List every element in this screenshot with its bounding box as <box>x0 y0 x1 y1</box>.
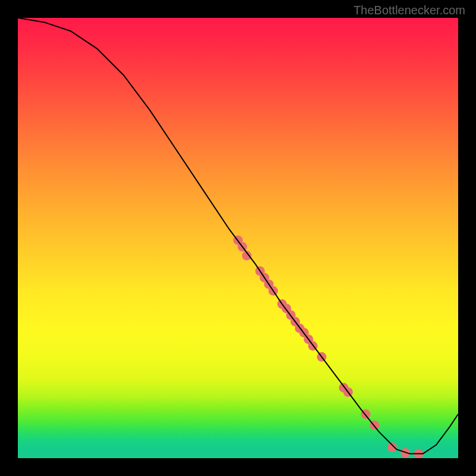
plot-area <box>18 18 458 458</box>
data-point <box>387 443 397 452</box>
chart-svg <box>18 18 458 458</box>
chart-frame: TheBottleneсker.com <box>0 0 476 476</box>
data-points <box>233 236 423 458</box>
watermark-text: TheBottleneсker.com <box>353 4 465 17</box>
